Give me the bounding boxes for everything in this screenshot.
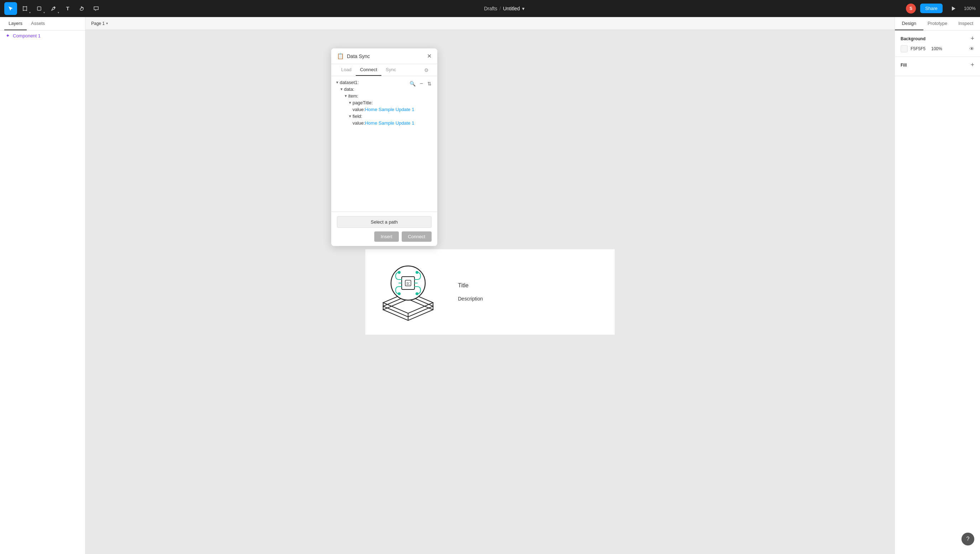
breadcrumb-separator: / [500,6,501,11]
svg-point-24 [398,271,400,274]
background-color-swatch[interactable] [900,45,908,53]
tree-field[interactable]: ▼ field: [331,113,437,119]
tree-arrow-field: ▼ [348,114,352,118]
canvas-content: ✦ Component 1 [86,30,894,554]
share-button[interactable]: Share [920,3,943,13]
component-text: Title Description [458,282,483,302]
panel-tabs: Layers Assets [0,17,85,30]
svg-point-25 [416,271,418,274]
svg-marker-7 [952,6,955,11]
tree-search-button[interactable]: 🔍 [408,80,417,87]
add-fill-button[interactable]: + [970,61,974,69]
tree-arrow-dataset: ▼ [336,80,339,84]
document-title: Untitled [503,6,520,11]
tree-pagetitle-value-val: Home Sample Update 1 [365,107,415,112]
component-content: IC Title Description [365,249,615,335]
tab-load[interactable]: Load [337,64,356,76]
tab-inspect[interactable]: Inspect [951,17,980,30]
tab-connect[interactable]: Connect [356,64,382,76]
title-dropdown-icon[interactable]: ▾ [522,6,525,11]
tree-item-label: item: [348,93,358,99]
tree-arrow-data: ▼ [340,87,343,91]
page-tab-label: Page 1 [91,21,105,26]
toolbar-right: S Share 100% [906,2,976,15]
tree-toolbar: 🔍 − ⇅ [408,80,433,88]
add-background-button[interactable]: + [970,35,974,42]
layer-label: Component 1 [13,33,41,38]
tab-sync[interactable]: Sync [382,64,400,76]
help-icon: ? [966,536,970,542]
shape-tool-button[interactable]: ▾ [33,2,46,15]
data-sync-close-button[interactable]: ✕ [427,53,431,59]
text-tool-button[interactable]: T [61,2,74,15]
tree-arrow-item: ▼ [344,94,348,98]
toolbar-tools: ▾ ▾ ▾ T [4,2,103,15]
left-panel: Layers Assets ✦ Component 1 [0,17,86,554]
data-sync-panel: 📋 Data Sync ✕ Load Connect Sync ⚙ ▼ data… [331,48,437,246]
drafts-label[interactable]: Drafts [484,6,497,11]
tree-field-value[interactable]: value: Home Sample Update 1 [331,119,437,126]
data-sync-header: 📋 Data Sync ✕ [331,48,437,64]
data-sync-title: 📋 Data Sync [337,53,370,59]
hand-tool-button[interactable] [75,2,88,15]
tab-layers[interactable]: Layers [4,17,27,30]
zoom-level: 100% [964,6,976,11]
tree-field-value-key: value: [353,120,365,126]
page-tab-chevron: ▾ [106,21,108,25]
comment-tool-button[interactable] [90,2,103,15]
visibility-toggle[interactable]: 👁 [969,46,974,52]
background-label: Background [900,36,926,41]
breadcrumb: Drafts / Untitled ▾ [484,6,525,11]
tree-pagetitle-value[interactable]: value: Home Sample Update 1 [331,106,437,113]
data-sync-tree: ▼ dataset1: ▼ data: ▼ item: ▼ pageTitle:… [331,76,437,212]
tree-data-label: data: [344,86,354,92]
background-hex-value: F5F5F5 [910,46,926,51]
data-sync-settings-icon[interactable]: ⚙ [421,64,431,76]
fill-section: Fill + [895,57,980,76]
tree-pagetitle-label: pageTitle: [353,100,373,105]
pen-tool-button[interactable]: ▾ [47,2,60,15]
tree-field-label: field: [353,113,362,119]
avatar: S [906,3,916,14]
canvas: Page 1 ▾ ✦ Component 1 [86,17,894,554]
background-section: Background + F5F5F5 100% 👁 [895,30,980,57]
tree-expand-button[interactable]: ⇅ [426,80,433,87]
tree-item[interactable]: ▼ item: [331,92,437,99]
insert-button[interactable]: Insert [374,231,399,242]
toolbar-title-area: Drafts / Untitled ▾ [105,6,903,11]
tree-pagetitle-value-key: value: [353,107,365,112]
page-tab[interactable]: Page 1 ▾ [91,21,108,26]
tab-design[interactable]: Design [895,17,923,30]
tree-collapse-button[interactable]: − [418,80,425,88]
tree-pagetitle[interactable]: ▼ pageTitle: [331,99,437,106]
svg-text:IC: IC [406,282,410,285]
data-sync-footer: Select a path Insert Connect [331,212,437,246]
svg-point-26 [416,293,418,295]
help-button[interactable]: ? [961,533,974,546]
tab-prototype[interactable]: Prototype [923,17,952,30]
svg-point-27 [398,293,400,295]
background-row: F5F5F5 100% 👁 [900,45,974,53]
select-path-button[interactable]: Select a path [337,216,431,228]
move-tool-button[interactable] [4,2,17,15]
svg-rect-5 [37,7,41,10]
data-sync-tabs: Load Connect Sync ⚙ [331,64,437,76]
tree-dataset-label: dataset1: [340,80,359,85]
background-opacity-value: 100% [931,46,942,51]
svg-point-6 [54,7,55,8]
tab-assets[interactable]: Assets [27,17,49,30]
right-panel-tabs: Design Prototype Inspect [895,17,980,30]
svg-rect-0 [23,7,27,10]
toolbar: ▾ ▾ ▾ T Drafts / Untitled ▾ [0,0,980,17]
tree-field-value-val: Home Sample Update 1 [365,120,415,126]
play-button[interactable] [947,2,960,15]
data-sync-icon: 📋 [337,53,344,59]
data-sync-title-text: Data Sync [347,53,370,59]
frame-tool-button[interactable]: ▾ [19,2,31,15]
connect-button[interactable]: Connect [402,231,431,242]
component-title: Title [458,282,483,289]
layer-component1[interactable]: ✦ Component 1 [0,30,85,41]
component-frame: ✦ Component 1 [365,249,615,335]
background-section-header: Background + [900,35,974,42]
fill-label: Fill [900,63,907,68]
